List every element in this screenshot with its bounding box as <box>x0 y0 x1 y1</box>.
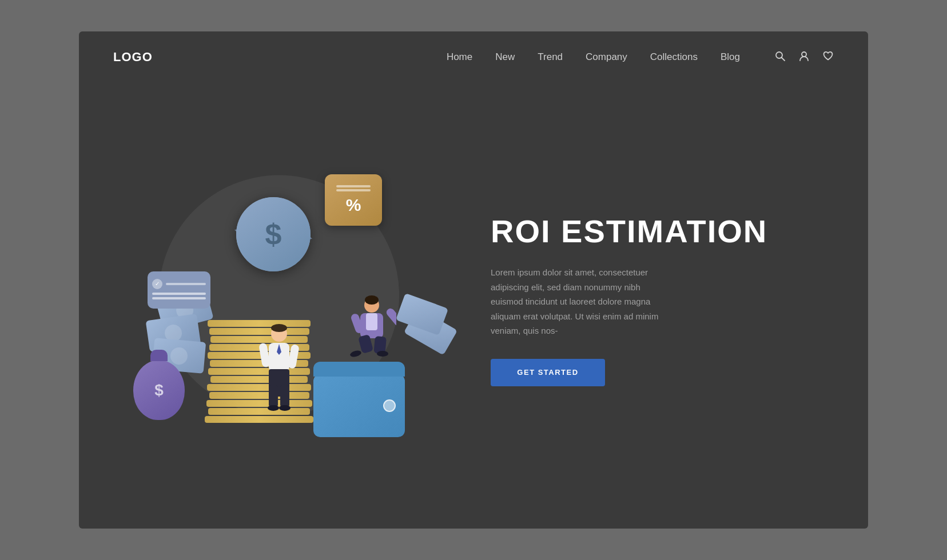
svg-point-13 <box>279 405 291 411</box>
nav-link-new[interactable]: New <box>495 51 515 62</box>
user-icon[interactable] <box>798 50 810 65</box>
roi-title: ROI ESTIMATION <box>491 214 834 249</box>
svg-point-12 <box>268 405 279 411</box>
svg-rect-14 <box>258 343 270 368</box>
nav-links: Home New Trend Company Collections Blog <box>447 51 740 63</box>
wallet <box>313 374 405 437</box>
svg-rect-19 <box>366 313 377 330</box>
percent-badge: % <box>325 174 382 226</box>
wallet-button <box>383 399 396 412</box>
heart-icon[interactable] <box>822 50 834 65</box>
logo: LOGO <box>113 50 153 65</box>
money-bag-shape: $ <box>133 360 185 420</box>
svg-point-17 <box>365 295 379 305</box>
svg-point-23 <box>377 351 388 357</box>
person-1 <box>256 323 302 417</box>
check-row: ✓ <box>152 279 206 289</box>
nav-link-blog[interactable]: Blog <box>721 51 740 62</box>
nav-icons <box>774 50 834 65</box>
dollar-symbol: $ <box>265 217 282 251</box>
svg-point-22 <box>349 350 362 358</box>
person-2 <box>348 295 396 383</box>
svg-point-2 <box>802 52 806 57</box>
nav-link-company[interactable]: Company <box>586 51 627 62</box>
dollar-coin: $ <box>236 197 311 271</box>
money-bag-dollar: $ <box>154 381 164 399</box>
percent-symbol: % <box>346 195 361 215</box>
svg-rect-25 <box>385 307 396 327</box>
wallet-shape <box>313 374 405 437</box>
nav-link-home[interactable]: Home <box>447 51 472 62</box>
svg-line-1 <box>782 57 785 61</box>
main-window: LOGO Home New Trend Company Collections … <box>79 31 868 529</box>
check-card: ✓ <box>148 271 210 309</box>
get-started-button[interactable]: GET STARTED <box>491 359 605 386</box>
illustration: $ % ✓ <box>102 129 456 471</box>
svg-point-6 <box>271 324 287 332</box>
search-icon[interactable] <box>774 50 786 65</box>
svg-rect-11 <box>280 385 289 407</box>
right-content: ROI ESTIMATION Lorem ipsum dolor sit ame… <box>456 214 834 386</box>
check-icon: ✓ <box>152 279 162 289</box>
navbar: LOGO Home New Trend Company Collections … <box>79 31 868 83</box>
check-line-2 <box>152 297 206 299</box>
banknote-right-1 <box>396 293 448 335</box>
check-card-inner: ✓ <box>152 279 206 302</box>
nav-link-trend[interactable]: Trend <box>538 51 563 62</box>
svg-rect-10 <box>269 385 278 407</box>
money-bag: $ <box>133 360 185 420</box>
nav-link-collections[interactable]: Collections <box>650 51 698 62</box>
roi-description: Lorem ipsum dolor sit amet, consectetuer… <box>491 265 674 338</box>
main-content: $ % ✓ <box>79 83 868 529</box>
check-line-1 <box>152 293 206 295</box>
badge-lines <box>336 185 371 193</box>
